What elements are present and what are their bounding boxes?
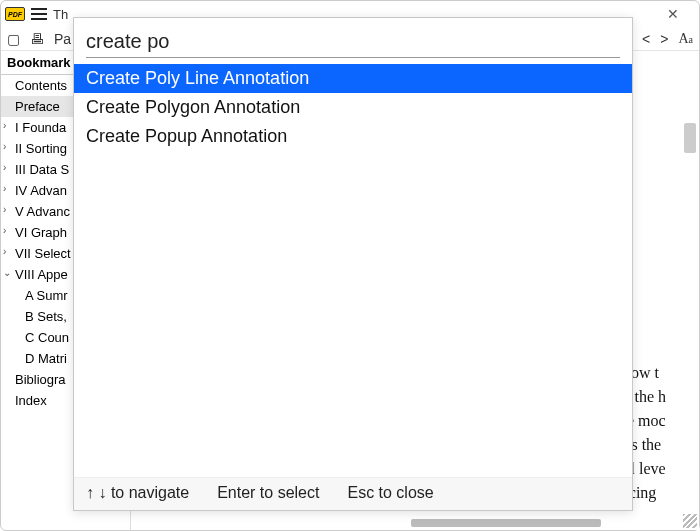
hint-select: Enter to select xyxy=(217,484,319,502)
vertical-scrollbar[interactable] xyxy=(683,111,697,500)
open-file-icon[interactable]: ▢ xyxy=(7,31,20,47)
bookmark-label: C Coun xyxy=(25,330,69,345)
hint-close: Esc to close xyxy=(347,484,433,502)
bookmark-label: Index xyxy=(15,393,47,408)
bookmark-label: II Sorting xyxy=(15,141,67,156)
bookmark-label: VI Graph xyxy=(15,225,67,240)
chevron-icon[interactable]: › xyxy=(3,225,6,236)
command-palette-item[interactable]: Create Poly Line Annotation xyxy=(74,64,632,93)
bookmark-label: D Matri xyxy=(25,351,67,366)
chevron-icon[interactable]: › xyxy=(3,141,6,152)
print-icon[interactable]: 🖶 xyxy=(30,31,44,47)
chevron-icon[interactable]: › xyxy=(3,162,6,173)
chevron-icon[interactable]: › xyxy=(3,183,6,194)
text-tool-icon[interactable]: Aa xyxy=(678,31,693,47)
bookmark-label: VII Select xyxy=(15,246,71,261)
menu-icon[interactable] xyxy=(31,8,47,20)
bookmark-label: VIII Appe xyxy=(15,267,68,282)
close-window-button[interactable]: ✕ xyxy=(651,1,695,27)
bookmark-label: IV Advan xyxy=(15,183,67,198)
chevron-icon[interactable]: › xyxy=(3,246,6,257)
bookmark-label: V Advanc xyxy=(15,204,70,219)
next-page-icon[interactable]: > xyxy=(660,31,668,47)
command-palette-footer: ↑ ↓ to navigate Enter to select Esc to c… xyxy=(74,477,632,510)
app-window: PDF Th ✕ ▢ 🖶 Pa < > Aa Bookmark Contents… xyxy=(0,0,700,531)
chevron-icon[interactable]: › xyxy=(3,204,6,215)
bookmark-label: B Sets, xyxy=(25,309,67,324)
bookmark-label: Bibliogra xyxy=(15,372,66,387)
bookmark-label: Preface xyxy=(15,99,60,114)
command-palette-results: Create Poly Line AnnotationCreate Polygo… xyxy=(74,62,632,477)
resize-grip-icon[interactable] xyxy=(683,514,697,528)
command-palette-input[interactable] xyxy=(86,28,620,58)
app-logo: PDF xyxy=(5,7,25,21)
window-title: Th xyxy=(53,7,68,22)
command-palette: Create Poly Line AnnotationCreate Polygo… xyxy=(73,17,633,511)
horizontal-scroll-thumb[interactable] xyxy=(411,519,601,527)
bookmark-label: III Data S xyxy=(15,162,69,177)
chevron-icon[interactable]: ⌄ xyxy=(3,267,11,278)
hint-navigate: ↑ ↓ to navigate xyxy=(86,484,189,502)
page-label: Pa xyxy=(54,31,71,47)
vertical-scroll-thumb[interactable] xyxy=(684,123,696,153)
bookmark-label: Contents xyxy=(15,78,67,93)
command-palette-input-wrap xyxy=(74,18,632,62)
chevron-icon[interactable]: › xyxy=(3,120,6,131)
command-palette-item[interactable]: Create Polygon Annotation xyxy=(74,93,632,122)
bookmark-label: I Founda xyxy=(15,120,66,135)
command-palette-item[interactable]: Create Popup Annotation xyxy=(74,122,632,151)
bookmark-label: A Sumr xyxy=(25,288,68,303)
prev-page-icon[interactable]: < xyxy=(642,31,650,47)
